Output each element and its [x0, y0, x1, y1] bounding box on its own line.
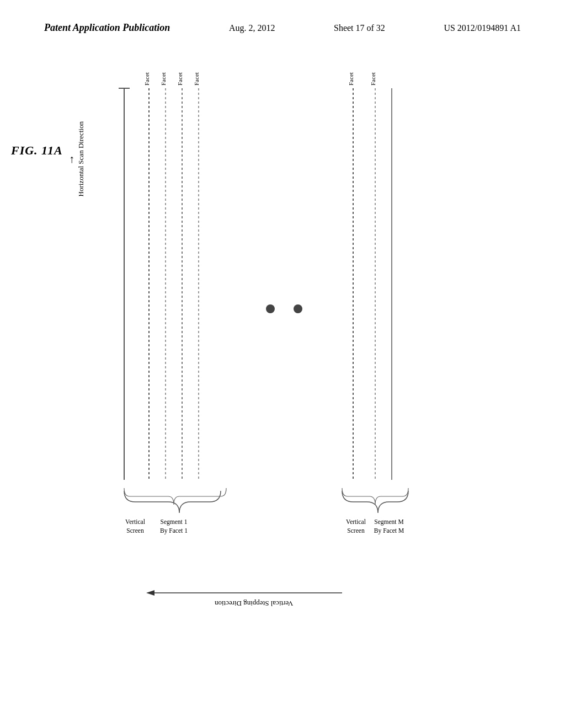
svg-text:Segment 1: Segment 1: [161, 518, 188, 526]
svg-point-7: [294, 304, 302, 313]
svg-text:Screen: Screen: [126, 527, 144, 534]
main-diagram: Facet 1, Laser 1, Field 1 Facet 1, Laser…: [33, 72, 530, 651]
sheet-info: Sheet 17 of 32: [334, 23, 385, 33]
svg-text:Facet 1, Laser 2, Field 1: Facet 1, Laser 2, Field 1: [177, 72, 183, 85]
svg-text:By Facet 1: By Facet 1: [160, 527, 188, 534]
svg-text:By Facet M: By Facet M: [374, 527, 404, 534]
page-header: Patent Application Publication Aug. 2, 2…: [0, 22, 565, 34]
svg-marker-27: [146, 590, 154, 596]
svg-text:Screen: Screen: [347, 527, 365, 534]
svg-text:Vertical: Vertical: [346, 518, 366, 525]
svg-text:Vertical: Vertical: [125, 518, 145, 525]
svg-text:Facet 1, Laser 2, Field 2: Facet 1, Laser 2, Field 2: [193, 72, 200, 85]
svg-text:Segment M: Segment M: [374, 518, 403, 526]
svg-text:Facet 1, Laser 1, Field 2: Facet 1, Laser 1, Field 2: [160, 72, 167, 85]
svg-text:Vertical Stepping Direction: Vertical Stepping Direction: [214, 599, 293, 608]
svg-text:Facet M, Laser 1, Field 1: Facet M, Laser 1, Field 1: [348, 72, 354, 85]
publication-date: Aug. 2, 2012: [229, 23, 275, 33]
patent-number: US 2012/0194891 A1: [444, 23, 521, 33]
svg-text:Facet M, Laser 1, Field 2: Facet M, Laser 1, Field 2: [370, 72, 376, 85]
svg-text:Facet 1, Laser 1, Field 1: Facet 1, Laser 1, Field 1: [143, 72, 150, 85]
svg-point-6: [266, 304, 275, 313]
publication-title: Patent Application Publication: [44, 22, 170, 34]
